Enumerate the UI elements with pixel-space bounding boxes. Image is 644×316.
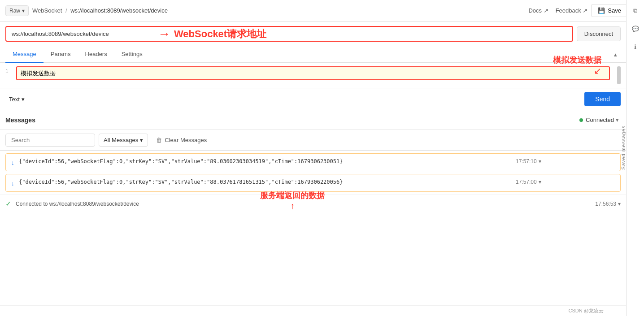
breadcrumb-protocol: WebSocket: [32, 7, 62, 14]
messages-list: ↓ {"deviceId":56,"webSocketFlag":0,"strK…: [0, 151, 626, 305]
raw-label: Raw: [9, 8, 20, 14]
disconnect-button[interactable]: Disconnect: [577, 26, 621, 41]
message-direction-icon: ↓: [11, 159, 14, 166]
app-container: Raw ▾ WebSocket / ws://localhost:8089/we…: [0, 0, 644, 316]
tabs-collapse-icon[interactable]: ▴: [610, 48, 621, 61]
text-send-bar: Text ▾ 模拟发送数据 ↙ Send: [0, 88, 626, 110]
connected-check-icon: ✓: [5, 199, 11, 208]
url-annotation: → WebSocket请求地址: [158, 27, 266, 41]
message-time: 17:57:00 ▾: [516, 179, 541, 185]
messages-title: Messages: [5, 117, 35, 124]
url-input[interactable]: [5, 26, 573, 42]
editor-resize-handle[interactable]: [617, 66, 621, 84]
text-label: Text: [9, 96, 20, 103]
table-row[interactable]: ↓ {"deviceId":56,"webSocketFlag":0,"strK…: [5, 153, 621, 171]
top-bar: Raw ▾ WebSocket / ws://localhost:8089/we…: [0, 0, 644, 22]
connected-badge: Connected: [579, 117, 614, 123]
all-messages-dropdown[interactable]: All Messages ▾: [99, 134, 148, 147]
docs-link[interactable]: Docs ↗: [528, 7, 548, 14]
main-content: → WebSocket请求地址 Disconnect Message Param…: [0, 22, 644, 316]
send-button[interactable]: Send: [584, 92, 621, 106]
raw-dropdown[interactable]: Raw ▾: [5, 5, 29, 16]
text-chevron-icon: ▾: [22, 96, 25, 103]
messages-header: Messages Connected ▾: [0, 110, 626, 130]
message-expand-icon[interactable]: ▾: [539, 158, 541, 164]
message-time: 17:57:10 ▾: [516, 158, 541, 164]
messages-collapse-icon[interactable]: ▾: [614, 115, 621, 125]
tab-params[interactable]: Params: [44, 46, 78, 63]
feedback-link[interactable]: Feedback ↗: [556, 7, 588, 14]
url-input-wrapper: → WebSocket请求地址: [5, 26, 573, 42]
clear-messages-label: Clear Messages: [165, 137, 207, 143]
all-messages-label: All Messages: [104, 137, 138, 143]
breadcrumb: WebSocket / ws://localhost:8089/websocke…: [32, 7, 168, 14]
sidebar-info-icon[interactable]: ℹ: [628, 39, 643, 54]
connected-label: Connected: [586, 117, 614, 123]
tabs-bar: Message Params Headers Settings ▴: [0, 46, 626, 63]
text-dropdown[interactable]: Text ▾: [5, 94, 28, 104]
save-icon: 💾: [598, 7, 605, 14]
message-direction-icon: ↓: [11, 180, 14, 187]
sidebar-chat-icon[interactable]: 💬: [628, 22, 643, 36]
message-expand-icon[interactable]: ▾: [539, 179, 541, 185]
connected-dot: [579, 118, 583, 122]
messages-toolbar: All Messages ▾ 🗑 Clear Messages: [0, 130, 626, 151]
url-annotation-text: WebSocket请求地址: [174, 27, 266, 41]
connected-item-time: 17:56:53 ▾: [595, 201, 621, 207]
text-send-area: Text ▾ 模拟发送数据 ↙ Send: [0, 88, 626, 110]
editor-input[interactable]: [16, 66, 610, 80]
save-label: Save: [608, 7, 621, 14]
message-content: {"deviceId":56,"webSocketFlag":0,"strKey…: [19, 179, 512, 185]
connected-item: ✓ Connected to ws://localhost:8089/webso…: [0, 195, 626, 212]
save-button[interactable]: 💾 Save: [591, 4, 628, 17]
url-area: → WebSocket请求地址 Disconnect: [0, 22, 626, 46]
all-messages-chevron-icon: ▾: [140, 137, 143, 143]
search-input[interactable]: [5, 134, 95, 147]
trash-icon: 🗑: [156, 137, 162, 143]
tab-headers[interactable]: Headers: [78, 46, 114, 63]
editor-line: 1: [5, 66, 621, 84]
messages-section: Messages Connected ▾ All Messages ▾ 🗑 Cl…: [0, 110, 626, 305]
url-arrow-icon: →: [158, 27, 170, 41]
message-content: {"deviceId":56,"webSocketFlag":0,"strKey…: [19, 158, 512, 164]
right-sidebar: ⧉ 💬 ℹ: [626, 0, 644, 316]
connected-item-content: Connected to ws://localhost:8089/websock…: [16, 201, 595, 207]
footer-text: CSDN @龙凌云: [569, 308, 604, 313]
footer: CSDN @龙凌云: [0, 305, 626, 316]
connected-expand-icon[interactable]: ▾: [618, 201, 621, 207]
tab-settings[interactable]: Settings: [114, 46, 150, 63]
saved-messages-label: Saved messages: [621, 126, 626, 169]
editor-input-wrapper: [16, 66, 610, 80]
message-editor: 1: [0, 63, 626, 88]
clear-messages-button[interactable]: 🗑 Clear Messages: [152, 134, 211, 146]
line-number: 1: [5, 66, 13, 74]
tab-message[interactable]: Message: [5, 46, 44, 63]
table-row[interactable]: ↓ {"deviceId":56,"webSocketFlag":0,"strK…: [5, 174, 621, 192]
breadcrumb-sep: /: [65, 7, 67, 14]
top-bar-links: Docs ↗ Feedback ↗: [528, 7, 587, 14]
breadcrumb-url: ws://localhost:8089/websocket/device: [70, 7, 168, 14]
raw-chevron-icon: ▾: [22, 8, 25, 14]
sidebar-copy-icon[interactable]: ⧉: [628, 4, 643, 18]
